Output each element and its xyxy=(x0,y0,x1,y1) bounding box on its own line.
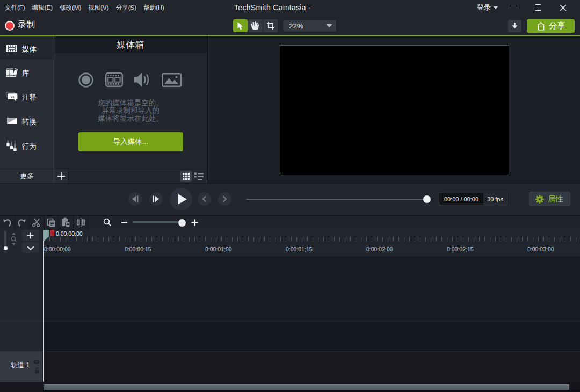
svg-text:a: a xyxy=(11,93,15,99)
